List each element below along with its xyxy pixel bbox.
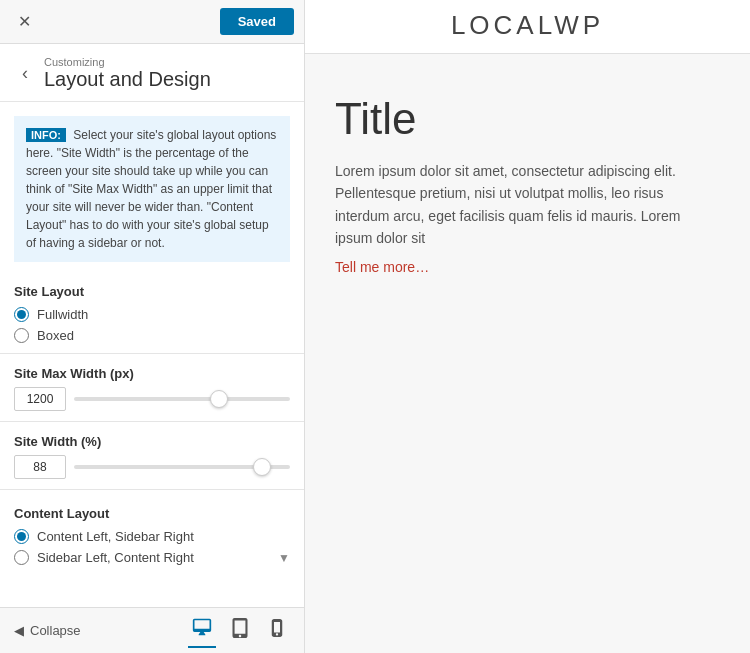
site-max-width-section: Site Max Width (px) bbox=[0, 358, 304, 417]
divider-1 bbox=[0, 353, 304, 354]
collapse-label: Collapse bbox=[30, 623, 81, 638]
site-width-row bbox=[14, 455, 290, 479]
radio-sidebar-left-label: Sidebar Left, Content Right bbox=[37, 550, 194, 565]
content-layout-options: Content Left, Sidebar Right Sidebar Left… bbox=[0, 527, 304, 571]
top-bar: ✕ Saved bbox=[0, 0, 304, 44]
content-layout-label: Content Layout bbox=[0, 494, 304, 527]
header-title: Layout and Design bbox=[44, 68, 211, 91]
collapse-icon: ◀ bbox=[14, 623, 24, 638]
radio-fullwidth-label: Fullwidth bbox=[37, 307, 88, 322]
radio-fullwidth[interactable]: Fullwidth bbox=[14, 307, 290, 322]
site-width-input[interactable] bbox=[14, 455, 66, 479]
tablet-button[interactable] bbox=[226, 613, 254, 648]
info-text: Select your site's global layout options… bbox=[26, 128, 276, 250]
collapse-button[interactable]: ◀ Collapse bbox=[14, 623, 81, 638]
divider-2 bbox=[0, 421, 304, 422]
panel-content: ‹ Customizing Layout and Design INFO: Se… bbox=[0, 44, 304, 607]
panel-header: ‹ Customizing Layout and Design bbox=[0, 44, 304, 102]
mobile-button[interactable] bbox=[264, 613, 290, 648]
preview-body-text: Lorem ipsum dolor sit amet, consectetur … bbox=[335, 160, 720, 250]
site-max-width-input[interactable] bbox=[14, 387, 66, 411]
radio-content-left-label: Content Left, Sidebar Right bbox=[37, 529, 194, 544]
dropdown-arrow-icon: ▼ bbox=[278, 551, 290, 565]
preview-content: Title Lorem ipsum dolor sit amet, consec… bbox=[305, 54, 750, 653]
close-button[interactable]: ✕ bbox=[10, 8, 39, 35]
site-width-track[interactable] bbox=[74, 465, 290, 469]
site-width-thumb[interactable] bbox=[253, 458, 271, 476]
site-max-width-label: Site Max Width (px) bbox=[14, 366, 290, 381]
site-max-width-track[interactable] bbox=[74, 397, 290, 401]
divider-3 bbox=[0, 489, 304, 490]
tablet-icon bbox=[230, 618, 250, 638]
site-max-width-thumb[interactable] bbox=[210, 390, 228, 408]
radio-sidebar-left[interactable]: Sidebar Left, Content Right ▼ bbox=[14, 550, 290, 565]
desktop-icon bbox=[192, 617, 212, 637]
site-max-width-row bbox=[14, 387, 290, 411]
site-width-section: Site Width (%) bbox=[0, 426, 304, 485]
info-box: INFO: Select your site's global layout o… bbox=[14, 116, 290, 262]
radio-content-left[interactable]: Content Left, Sidebar Right bbox=[14, 529, 290, 544]
radio-fullwidth-input[interactable] bbox=[14, 307, 29, 322]
site-width-label: Site Width (%) bbox=[14, 434, 290, 449]
saved-button[interactable]: Saved bbox=[220, 8, 294, 35]
site-layout-options: Fullwidth Boxed bbox=[0, 305, 304, 349]
customizer-panel: ✕ Saved ‹ Customizing Layout and Design … bbox=[0, 0, 305, 653]
back-button[interactable]: ‹ bbox=[16, 61, 34, 86]
preview-panel: LOCALWP Title Lorem ipsum dolor sit amet… bbox=[305, 0, 750, 653]
radio-content-left-input[interactable] bbox=[14, 529, 29, 544]
header-text: Customizing Layout and Design bbox=[44, 56, 211, 91]
mobile-icon bbox=[268, 618, 286, 638]
info-label: INFO: bbox=[26, 128, 66, 142]
header-subtitle: Customizing bbox=[44, 56, 211, 68]
radio-boxed[interactable]: Boxed bbox=[14, 328, 290, 343]
radio-boxed-input[interactable] bbox=[14, 328, 29, 343]
radio-sidebar-left-input[interactable] bbox=[14, 550, 29, 565]
device-icons bbox=[188, 613, 290, 648]
preview-site-title: LOCALWP bbox=[451, 10, 604, 40]
bottom-bar: ◀ Collapse bbox=[0, 607, 304, 653]
preview-read-more-link[interactable]: Tell me more… bbox=[335, 259, 429, 275]
site-layout-label: Site Layout bbox=[0, 272, 304, 305]
radio-boxed-label: Boxed bbox=[37, 328, 74, 343]
preview-header: LOCALWP bbox=[305, 0, 750, 54]
desktop-button[interactable] bbox=[188, 613, 216, 648]
preview-content-title: Title bbox=[335, 94, 720, 144]
